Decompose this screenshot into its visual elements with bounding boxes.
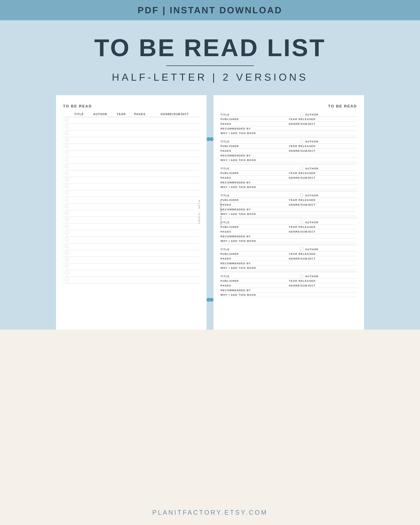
row-title <box>70 263 88 270</box>
entry-block: TITLE AUTHOR PUBLISHER YEAR RELEASED PAG… <box>221 246 357 270</box>
entry-genre-label: GENRE/SUBJECT <box>289 284 316 287</box>
entry-pages-col: PAGES <box>221 203 289 206</box>
row-pages <box>130 184 150 190</box>
entry-block: TITLE AUTHOR PUBLISHER YEAR RELEASED PAG… <box>221 166 357 189</box>
row-title <box>70 137 88 144</box>
entry-publisher-row: PUBLISHER YEAR RELEASED <box>221 117 357 122</box>
row-pages <box>130 137 150 144</box>
entry-pages-row: PAGES GENRE/SUBJECT <box>221 256 357 261</box>
row-pages <box>130 164 150 170</box>
row-checkbox <box>63 224 70 230</box>
entry-publisher-label: PUBLISHER <box>221 198 239 201</box>
row-checkbox <box>63 263 70 270</box>
entry-title-circle <box>300 274 303 278</box>
entry-why-row: WHY I ADD THIS BOOK <box>221 265 357 270</box>
entry-year-label: YEAR RELEASED <box>289 145 316 148</box>
row-year <box>113 177 130 184</box>
row-genre <box>150 177 199 184</box>
col-title: TITLE <box>70 112 88 117</box>
row-pages <box>130 230 150 237</box>
row-author <box>88 263 113 270</box>
main-title: TO BE READ LIST <box>94 34 326 61</box>
col-pages: PAGES <box>130 112 150 117</box>
entry-year-label: YEAR RELEASED <box>289 225 316 228</box>
row-author <box>88 250 113 257</box>
left-table: TITLE AUTHOR YEAR PAGES GENRE/SUBJECT <box>63 112 199 283</box>
entry-title-label: TITLE <box>221 167 298 170</box>
row-genre <box>150 250 199 257</box>
table-row <box>63 237 199 244</box>
entry-author-label: AUTHOR <box>305 167 357 170</box>
row-pages <box>130 150 150 157</box>
row-checkbox <box>63 137 70 144</box>
entry-genre-label: GENRE/SUBJECT <box>289 149 316 152</box>
row-year <box>113 204 130 210</box>
table-row <box>63 150 199 157</box>
entry-title-row: TITLE AUTHOR <box>221 193 357 197</box>
row-author <box>88 130 113 137</box>
entry-year-col: YEAR RELEASED <box>289 225 357 229</box>
row-title <box>70 197 88 204</box>
entry-pages-label: PAGES <box>221 257 231 260</box>
entry-pages-label: PAGES <box>221 149 231 152</box>
row-title <box>70 250 88 257</box>
row-author <box>88 237 113 244</box>
entry-genre-col: GENRE/SUBJECT <box>289 176 357 179</box>
entry-publisher-col: PUBLISHER <box>221 145 289 148</box>
table-row <box>63 263 199 270</box>
entry-title-row: TITLE AUTHOR <box>221 219 357 225</box>
entry-genre-label: GENRE/SUBJECT <box>289 176 316 179</box>
entry-genre-label: GENRE/SUBJECT <box>289 203 316 206</box>
row-year <box>113 270 130 277</box>
row-genre <box>150 270 199 277</box>
row-genre <box>150 217 199 224</box>
row-author <box>88 150 113 157</box>
row-author <box>88 184 113 190</box>
bottom-section: PLANITFACTORY.ETSY.COM <box>0 330 420 525</box>
row-title <box>70 224 88 230</box>
row-year <box>113 170 130 177</box>
entry-why-label: WHY I ADD THIS BOOK <box>221 239 256 242</box>
row-checkbox <box>63 204 70 210</box>
entry-why-label: WHY I ADD THIS BOOK <box>221 212 256 216</box>
row-title <box>70 124 88 130</box>
row-checkbox <box>63 190 70 197</box>
entry-genre-col: GENRE/SUBJECT <box>289 284 357 287</box>
row-genre <box>150 204 199 210</box>
entry-pages-row: PAGES GENRE/SUBJECT <box>221 202 357 207</box>
row-year <box>113 210 130 217</box>
entry-pages-col: PAGES <box>221 122 289 125</box>
row-author <box>88 197 113 204</box>
entry-title-row: TITLE AUTHOR <box>221 273 357 278</box>
entry-publisher-row: PUBLISHER YEAR RELEASED <box>221 225 357 229</box>
entry-author-label: AUTHOR <box>305 221 357 224</box>
row-checkbox <box>63 130 70 137</box>
entry-author-label: AUTHOR <box>305 194 357 197</box>
row-genre <box>150 130 199 137</box>
entry-publisher-label: PUBLISHER <box>221 171 239 175</box>
row-pages <box>130 257 150 263</box>
row-author <box>88 210 113 217</box>
row-author <box>88 277 113 283</box>
entry-publisher-label: PUBLISHER <box>221 252 239 255</box>
row-title <box>70 164 88 170</box>
row-year <box>113 137 130 144</box>
table-row <box>63 157 199 164</box>
entry-recommended-label: RECOMMENDED BY <box>221 208 251 211</box>
row-year <box>113 263 130 270</box>
row-title <box>70 157 88 164</box>
entry-publisher-col: PUBLISHER <box>221 118 289 121</box>
entry-recommended-row: RECOMMENDED BY <box>221 234 357 239</box>
entry-pages-col: PAGES <box>221 149 289 152</box>
row-pages <box>130 237 150 244</box>
entry-title-label: TITLE <box>221 113 298 116</box>
row-year <box>113 277 130 283</box>
entry-why-row: WHY I ADD THIS BOOK <box>221 292 357 297</box>
entry-pages-col: PAGES <box>221 284 289 287</box>
entry-why-label: WHY I ADD THIS BOOK <box>221 186 256 188</box>
row-pages <box>130 177 150 184</box>
entry-year-col: YEAR RELEASED <box>289 171 357 175</box>
row-title <box>70 257 88 263</box>
entry-block: TITLE AUTHOR PUBLISHER YEAR RELEASED PAG… <box>221 139 357 162</box>
row-genre <box>150 164 199 170</box>
